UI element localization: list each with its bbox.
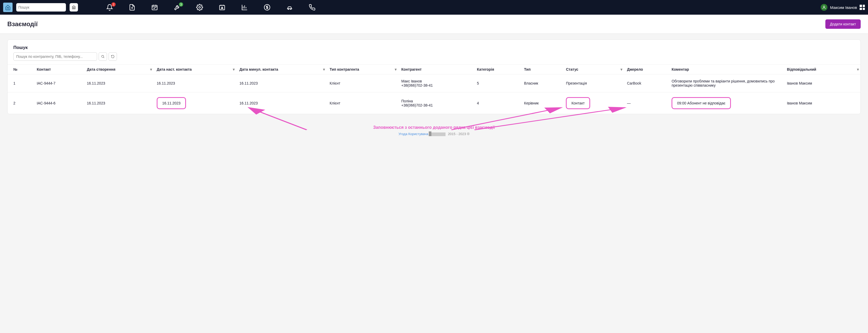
filter-icon[interactable]: ▾ — [857, 67, 859, 71]
cell-responsible: Іванов Максим — [784, 74, 860, 92]
calendar-check-button[interactable] — [151, 4, 158, 11]
reports-button[interactable] — [241, 4, 248, 11]
svg-point-9 — [101, 55, 103, 57]
calendar-user-icon — [219, 4, 225, 11]
cell-source: — — [624, 92, 669, 114]
filter-icon[interactable]: ▾ — [323, 67, 325, 71]
truck-icon — [431, 132, 445, 136]
cell-type: Власник — [521, 74, 563, 92]
global-search — [16, 3, 66, 11]
svg-point-2 — [199, 6, 200, 8]
col-comment: Коментар — [669, 65, 784, 74]
cell-counterparty: Макс Іванов +38(066)702-38-41 — [398, 74, 474, 92]
calendar-user-button[interactable] — [219, 4, 225, 11]
nav-icon-group: 2 3 — [106, 4, 315, 11]
money-button[interactable] — [264, 4, 271, 11]
svg-point-8 — [823, 6, 825, 7]
table-refresh-button[interactable] — [108, 52, 117, 61]
apps-button[interactable] — [860, 5, 865, 10]
filter-icon[interactable]: ▾ — [150, 67, 152, 71]
refresh-icon — [111, 55, 115, 58]
search-label: Пошук — [13, 45, 855, 50]
cell-category: 5 — [474, 74, 521, 92]
chart-icon — [241, 4, 248, 11]
tools-button[interactable]: 3 — [174, 4, 181, 11]
avatar — [820, 4, 828, 11]
filter-icon[interactable]: ▾ — [233, 67, 235, 71]
phone-icon — [309, 4, 315, 11]
table-search-row — [13, 52, 855, 61]
highlight-status: Контакт — [566, 97, 590, 109]
cell-created: 16.11.2023 — [84, 74, 154, 92]
col-status: Статус▾ — [563, 65, 624, 74]
dollar-icon — [264, 4, 271, 11]
cell-comment: Обговорили проблеми та варіанти рішення,… — [669, 74, 784, 92]
col-responsible: Відповідальний▾ — [784, 65, 860, 74]
cell-num: 2 — [8, 92, 33, 114]
table-search-button[interactable] — [99, 52, 107, 61]
table-row[interactable]: 2 IAC-9444-6 16.11.2023 16.11.2023 16.11… — [8, 92, 860, 114]
col-source: Джерело — [624, 65, 669, 74]
footer-agreement-link[interactable]: Угода Користувача — [398, 132, 428, 136]
car-icon — [286, 4, 293, 11]
page-title: Взаємодії — [7, 21, 38, 28]
col-prev: Дата минул. контакта▾ — [236, 65, 327, 74]
cell-ctype: Клієнт — [327, 74, 398, 92]
gear-icon — [196, 4, 203, 11]
user-name: Максим Іванов — [830, 5, 857, 10]
user-icon — [822, 5, 826, 9]
notifications-button[interactable]: 2 — [106, 4, 113, 11]
wrench-badge: 3 — [179, 2, 183, 6]
filter-icon[interactable]: ▾ — [395, 67, 397, 71]
footer: Угода Користувача 2015 - 2023 ® — [0, 130, 868, 141]
col-ctype: Тип контрагента▾ — [327, 65, 398, 74]
cell-comment: 09:00 Абонент не відповідає — [669, 92, 784, 114]
bank-icon — [71, 5, 76, 10]
home-icon — [5, 4, 11, 10]
cell-contact: IAC-9444-6 — [33, 92, 84, 114]
cell-status: Контакт — [563, 92, 624, 114]
table-row[interactable]: 1 IAC-9444-7 16.11.2023 16.11.2023 16.11… — [8, 74, 860, 92]
col-next: Дата наст. контакта▾ — [154, 65, 236, 74]
notif-badge: 2 — [112, 2, 116, 6]
col-created: Дата створення▾ — [84, 65, 154, 74]
cell-status: Презентація — [563, 74, 624, 92]
cell-source: CarBook — [624, 74, 669, 92]
cell-category: 4 — [474, 92, 521, 114]
col-contact: Контакт — [33, 65, 84, 74]
new-doc-button[interactable] — [129, 4, 135, 11]
settings-button[interactable] — [196, 4, 203, 11]
home-button[interactable] — [3, 3, 12, 12]
annotation-bottom: Заповнюється з останнього доданого рядка… — [0, 125, 868, 130]
vehicle-button[interactable] — [286, 4, 293, 11]
page-header: Взаємодії Додати контакт — [0, 14, 868, 34]
col-counterparty: Контрагент — [398, 65, 474, 74]
navbar: 2 3 Макс — [0, 0, 868, 14]
user-menu[interactable]: Максим Іванов — [820, 4, 865, 11]
col-num: № — [8, 65, 33, 74]
cell-prev: 16.11.2023 — [236, 92, 327, 114]
add-contact-button[interactable]: Додати контакт — [825, 19, 861, 29]
col-type: Тип — [521, 65, 563, 74]
cell-contact: IAC-9444-7 — [33, 74, 84, 92]
highlight-comment: 09:00 Абонент не відповідає — [672, 97, 731, 109]
filter-icon[interactable]: ▾ — [621, 67, 622, 71]
col-category: Категорія — [474, 65, 521, 74]
svg-rect-1 — [152, 5, 157, 10]
interactions-table: № Контакт Дата створення▾ Дата наст. кон… — [8, 64, 860, 114]
cell-created: 16.11.2023 — [84, 92, 154, 114]
cell-counterparty: Поліна +38(066)702-38-41 — [398, 92, 474, 114]
svg-point-4 — [222, 7, 223, 8]
calls-button[interactable] — [309, 4, 315, 11]
calendar-check-icon — [151, 4, 158, 11]
interactions-card: Пошук № Контакт Дата створення▾ Дата нас… — [7, 39, 861, 114]
table-search-input[interactable] — [13, 52, 97, 61]
bank-button[interactable] — [70, 3, 78, 11]
cell-responsible: Іванов Максим — [784, 92, 860, 114]
cell-type: Керівник — [521, 92, 563, 114]
cell-ctype: Клієнт — [327, 92, 398, 114]
search-icon — [101, 55, 105, 58]
cell-next: 16.11.2023 — [154, 92, 236, 114]
search-input[interactable] — [18, 5, 64, 9]
file-plus-icon — [129, 4, 135, 11]
